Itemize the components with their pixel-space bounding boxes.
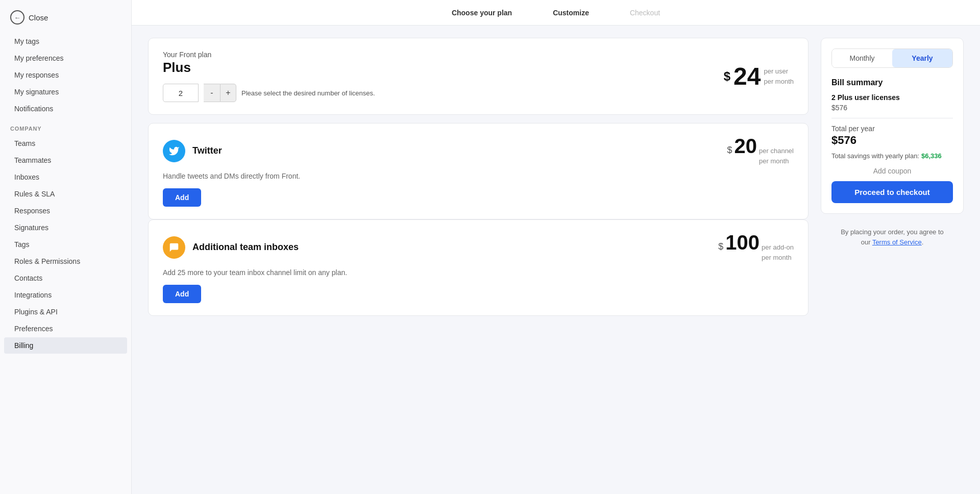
plan-price-area: $ 24 per user per month (724, 64, 794, 89)
addon-price-meta-additional-team-inboxes: per add-on per month (762, 242, 794, 262)
close-icon: ← (10, 10, 24, 24)
sidebar-item-rules-sla[interactable]: Rules & SLA (4, 186, 127, 202)
bill-savings-row: Total savings with yearly plan: $6,336 (831, 152, 953, 160)
addon-name-twitter: Twitter (192, 145, 222, 156)
addon-title-row: Twitter (163, 140, 222, 162)
license-help: Please select the desired number of lice… (241, 89, 375, 97)
main-content: Choose your planCustomizeCheckout Your F… (132, 0, 980, 494)
yearly-toggle-button[interactable]: Yearly (892, 49, 952, 67)
left-column: Your Front plan Plus - + Please select t… (148, 38, 808, 482)
plan-price: 24 (733, 64, 761, 89)
stepper-buttons: - + (204, 84, 236, 102)
monthly-toggle-button[interactable]: Monthly (832, 49, 892, 67)
wizard-step-checkout: Checkout (630, 9, 660, 17)
terms-link-prefix: our (861, 238, 871, 246)
plan-card: Your Front plan Plus - + Please select t… (148, 38, 808, 115)
addon-per-line1: per add-on (762, 242, 794, 253)
company-section-label: COMPANY (0, 117, 131, 135)
bill-total-value: $576 (831, 134, 953, 147)
content-area: Your Front plan Plus - + Please select t… (132, 26, 980, 494)
addon-desc-additional-team-inboxes: Add 25 more to your team inbox channel l… (163, 268, 794, 277)
addon-name-additional-team-inboxes: Additional team inboxes (192, 242, 299, 253)
bill-total-label: Total per year (831, 125, 953, 133)
addon-price-dollar: $ (727, 145, 732, 156)
addon-per-line2: per month (762, 253, 794, 263)
addon-card-twitter: Twitter $ 20 per channel per month Handl… (148, 123, 808, 219)
bill-divider (831, 118, 953, 118)
sidebar-item-my-preferences[interactable]: My preferences (4, 50, 127, 66)
addon-price-twitter: 20 (734, 136, 757, 156)
addon-title-row: Additional team inboxes (163, 236, 299, 259)
plan-label: Your Front plan (163, 51, 375, 59)
plan-price-meta: per user per month (764, 66, 794, 86)
plan-price-per-user: per user (764, 66, 794, 77)
sidebar-item-integrations[interactable]: Integrations (4, 287, 127, 303)
checkout-button[interactable]: Proceed to checkout (831, 181, 953, 203)
license-input[interactable] (163, 84, 199, 102)
bill-savings-label: Total savings with yearly plan: (831, 152, 919, 160)
terms-of-service-link[interactable]: Terms of Service (872, 238, 922, 246)
bill-summary-title: Bill summary (831, 78, 953, 87)
billing-toggle: Monthly Yearly (831, 48, 953, 68)
addon-add-button-twitter[interactable]: Add (163, 188, 201, 207)
sidebar-item-responses[interactable]: Responses (4, 203, 127, 219)
close-label: Close (29, 13, 48, 22)
billing-summary-card: Monthly Yearly Bill summary 2 Plus user … (821, 38, 964, 214)
addon-price-area-twitter: $ 20 per channel per month (727, 136, 794, 166)
addon-header: Twitter $ 20 per channel per month (163, 136, 794, 166)
right-column: Monthly Yearly Bill summary 2 Plus user … (821, 38, 964, 482)
addon-price-meta-twitter: per channel per month (759, 146, 794, 166)
terms-prefix: By placing your order, you agree to (841, 228, 944, 236)
addon-icon-twitter (163, 140, 185, 162)
plan-info: Your Front plan Plus - + Please select t… (163, 51, 375, 102)
sidebar-item-plugins-api[interactable]: Plugins & API (4, 304, 127, 320)
addon-per-line2: per month (759, 156, 794, 166)
decrement-button[interactable]: - (204, 84, 220, 102)
bill-license-label: 2 Plus user licenses (831, 93, 900, 102)
wizard-step-customize: Customize (553, 9, 589, 17)
bill-license-value: $576 (831, 104, 847, 112)
sidebar-item-billing[interactable]: Billing (4, 337, 127, 354)
addon-price-dollar: $ (718, 241, 723, 252)
addon-price-additional-team-inboxes: 100 (725, 232, 760, 253)
sidebar-item-my-tags[interactable]: My tags (4, 33, 127, 50)
sidebar-item-teammates[interactable]: Teammates (4, 152, 127, 168)
add-coupon-link[interactable]: Add coupon (831, 167, 953, 175)
sidebar-item-inboxes[interactable]: Inboxes (4, 169, 127, 185)
bill-license-line: 2 Plus user licenses (831, 93, 953, 102)
addon-price-area-additional-team-inboxes: $ 100 per add-on per month (718, 232, 794, 262)
license-row: - + Please select the desired number of … (163, 84, 375, 102)
sidebar-item-notifications[interactable]: Notifications (4, 101, 127, 117)
sidebar-item-my-responses[interactable]: My responses (4, 67, 127, 83)
addon-header: Additional team inboxes $ 100 per add-on… (163, 232, 794, 262)
bill-savings-value: $6,336 (921, 152, 942, 160)
plan-price-per-month: per month (764, 77, 794, 87)
plan-price-dollar: $ (724, 69, 730, 84)
terms-text: By placing your order, you agree to our … (821, 227, 964, 247)
sidebar-item-tags[interactable]: Tags (4, 236, 127, 253)
addon-add-button-additional-team-inboxes[interactable]: Add (163, 285, 201, 303)
sidebar-item-roles-permissions[interactable]: Roles & Permissions (4, 253, 127, 269)
sidebar: ← Close My tagsMy preferencesMy response… (0, 0, 132, 494)
wizard-bar: Choose your planCustomizeCheckout (132, 0, 980, 26)
addon-icon-inbox (163, 236, 185, 259)
plan-name: Plus (163, 60, 375, 76)
wizard-step-choose-plan: Choose your plan (452, 9, 512, 17)
sidebar-item-preferences[interactable]: Preferences (4, 320, 127, 337)
terms-suffix: . (922, 238, 924, 246)
addon-per-line1: per channel (759, 146, 794, 156)
addon-desc-twitter: Handle tweets and DMs directly from Fron… (163, 172, 794, 180)
bill-license-value-line: $576 (831, 104, 953, 112)
increment-button[interactable]: + (220, 84, 236, 102)
close-button[interactable]: ← Close (0, 0, 131, 33)
addon-card-additional-team-inboxes: Additional team inboxes $ 100 per add-on… (148, 219, 808, 316)
sidebar-item-contacts[interactable]: Contacts (4, 270, 127, 286)
sidebar-item-my-signatures[interactable]: My signatures (4, 84, 127, 100)
sidebar-item-teams[interactable]: Teams (4, 135, 127, 152)
sidebar-item-signatures[interactable]: Signatures (4, 219, 127, 236)
